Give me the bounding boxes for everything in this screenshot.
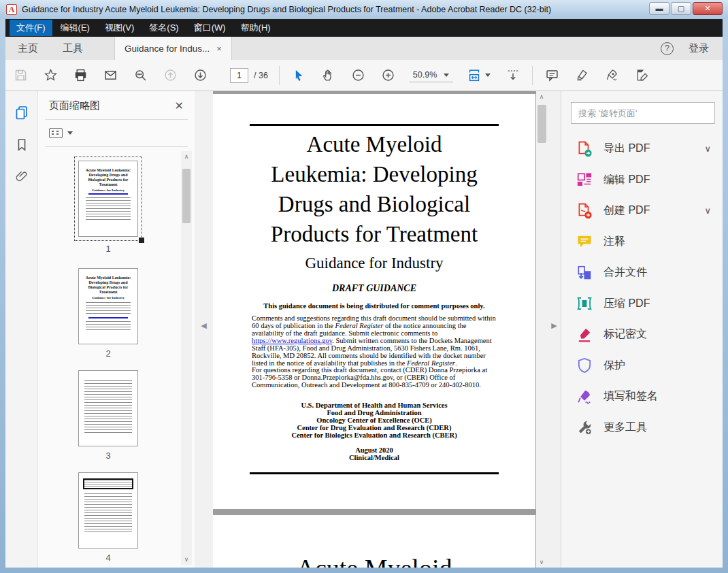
scrollbar-thumb[interactable]: [537, 105, 546, 143]
tool-more-tools[interactable]: 更多工具: [561, 412, 723, 444]
page-number-input[interactable]: [230, 68, 248, 83]
find-button[interactable]: [125, 62, 155, 89]
tools-search-input[interactable]: [571, 102, 715, 124]
selection-handle[interactable]: [139, 238, 144, 243]
select-tool-button[interactable]: [284, 62, 314, 89]
tab-close-icon[interactable]: ×: [216, 44, 222, 54]
attachments-icon[interactable]: [14, 169, 29, 184]
menu-view[interactable]: 视图(V): [98, 20, 141, 36]
fill-sign-toolbar-button[interactable]: [627, 62, 657, 89]
draft-guidance-heading: DRAFT GUIDANCE: [213, 283, 535, 294]
create-pdf-icon: [576, 203, 593, 219]
sign-in-button[interactable]: 登录: [689, 42, 709, 55]
scroll-up-icon[interactable]: ∧: [181, 151, 192, 162]
chevron-down-icon[interactable]: ∨: [704, 144, 711, 154]
tool-edit-pdf[interactable]: 编辑 PDF: [561, 165, 723, 196]
panel-collapse-gutter-right: ▶: [548, 91, 561, 568]
tab-tools[interactable]: 工具: [50, 37, 95, 60]
scroll-down-icon[interactable]: ∨: [181, 554, 192, 565]
page-total-label: / 36: [254, 71, 268, 80]
favorites-button[interactable]: [35, 62, 65, 89]
menu-sign[interactable]: 签名(S): [142, 20, 185, 36]
zoom-out-button[interactable]: [344, 62, 374, 89]
page-thumbnails-icon[interactable]: [14, 105, 30, 121]
acrobat-logo-icon: A: [6, 4, 17, 15]
regulations-gov-link[interactable]: https://www.regulations.gov: [252, 337, 332, 344]
help-icon[interactable]: ?: [661, 42, 674, 55]
thumbnail-page-2[interactable]: Acute Myeloid Leukemia: Developing Drugs…: [78, 268, 138, 344]
highlight-button[interactable]: [567, 62, 597, 89]
email-button[interactable]: [95, 62, 125, 89]
chevron-down-icon: [485, 73, 491, 77]
comment-button[interactable]: [537, 62, 567, 89]
tool-export-pdf[interactable]: 导出 PDF ∨: [561, 133, 723, 165]
title-bar: A Guidance for Industry Acute Myeloid Le…: [0, 0, 728, 19]
menu-edit[interactable]: 编辑(E): [54, 20, 97, 36]
scroll-up-icon[interactable]: ∧: [536, 91, 547, 102]
bookmarks-icon[interactable]: [14, 137, 29, 152]
next-page-button[interactable]: [185, 62, 215, 89]
thumbnail-scrollbar[interactable]: ∧ ∨: [181, 151, 192, 565]
tool-combine-files[interactable]: 合并文件: [561, 257, 723, 289]
scroll-down-icon[interactable]: ∨: [536, 557, 547, 568]
tab-bar: 主页 工具 Guidance for Indus... × ? 登录: [5, 37, 723, 60]
close-button[interactable]: ✕: [693, 2, 723, 15]
thumbnail-page-4[interactable]: 4: [78, 472, 138, 549]
minimize-button[interactable]: ▬: [649, 2, 669, 15]
chevron-down-icon[interactable]: [67, 131, 73, 135]
menu-window[interactable]: 窗口(W): [187, 20, 233, 36]
zoom-level-dropdown[interactable]: 50.9%: [409, 68, 453, 82]
combine-files-icon: [576, 265, 593, 281]
menu-file[interactable]: 文件(F): [10, 20, 52, 36]
print-button[interactable]: [65, 62, 95, 89]
chevron-down-icon[interactable]: ∨: [704, 206, 711, 216]
collapse-left-icon[interactable]: ◀: [195, 321, 213, 330]
hand-tool-button[interactable]: [314, 62, 344, 89]
scrollbar-thumb[interactable]: [182, 169, 191, 223]
collapse-right-icon[interactable]: ▶: [548, 321, 561, 330]
maximize-button[interactable]: ▢: [671, 2, 691, 15]
mini-subtitle: Guidance for Industry: [79, 296, 137, 299]
tab-home[interactable]: 主页: [5, 37, 50, 60]
page-scrolling-button[interactable]: [498, 62, 528, 89]
document-scrollbar[interactable]: ∧ ∨: [536, 91, 548, 568]
panel-close-icon[interactable]: ✕: [175, 99, 184, 112]
thumbnail-options-icon[interactable]: [49, 128, 63, 138]
contact-paragraph: For questions regarding this draft docum…: [252, 366, 498, 389]
page-scrolling-icon: [506, 68, 520, 83]
more-tools-wrench-icon: [576, 419, 593, 436]
arrow-up-circle-icon: [163, 68, 178, 82]
thumbnail-page-3-preview: [78, 370, 138, 446]
mini-title: Acute Myeloid Leukemia: Developing Drugs…: [79, 269, 137, 296]
tool-fill-sign[interactable]: 填写和签名: [561, 381, 723, 412]
menu-bar: 文件(F) 编辑(E) 视图(V) 签名(S) 窗口(W) 帮助(H): [5, 19, 723, 37]
tool-compress-pdf[interactable]: 压缩 PDF: [561, 289, 723, 320]
redact-icon: [576, 327, 593, 343]
tool-label: 标记密文: [603, 327, 647, 342]
sign-button[interactable]: [597, 62, 627, 89]
comments-paragraph: Comments and suggestions regarding this …: [252, 314, 498, 367]
minus-circle-icon: [351, 68, 365, 82]
fill-sign-icon: [576, 389, 593, 405]
main-content: 页面缩略图 ✕ Acute Myeloid Leukemia: Developi…: [5, 91, 723, 568]
tool-redact[interactable]: 标记密文: [561, 319, 723, 350]
thumbnail-page-4-preview: [78, 472, 138, 549]
previous-page-button[interactable]: [155, 62, 185, 89]
zoom-in-button[interactable]: [374, 62, 403, 89]
navigation-rail: [5, 91, 38, 568]
thumbnail-page-1[interactable]: Acute Myeloid Leukemia: Developing Drugs…: [78, 161, 138, 237]
tool-comment[interactable]: 注释: [561, 227, 723, 258]
page-thumbnails-panel: 页面缩略图 ✕ Acute Myeloid Leukemia: Developi…: [38, 91, 195, 568]
thumbnail-number: 4: [78, 553, 138, 563]
tool-protect[interactable]: 保护: [561, 350, 723, 382]
tool-create-pdf[interactable]: 创建 PDF ∨: [561, 195, 723, 227]
save-button[interactable]: [5, 62, 35, 89]
thumbnail-page-3[interactable]: 3: [78, 370, 138, 446]
tab-document[interactable]: Guidance for Indus... ×: [114, 37, 232, 60]
fit-width-button[interactable]: [459, 62, 498, 89]
tab-document-label: Guidance for Indus...: [125, 44, 210, 54]
menu-help[interactable]: 帮助(H): [234, 20, 278, 36]
chevron-down-icon: [444, 73, 449, 77]
fit-width-icon: [467, 68, 482, 83]
tool-label: 压缩 PDF: [603, 297, 650, 311]
